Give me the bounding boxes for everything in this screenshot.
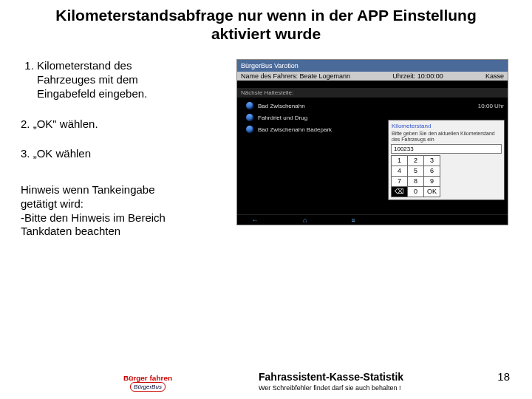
keypad-title: Kilometerstand	[391, 123, 502, 131]
odometer-input[interactable]: 100233	[391, 144, 502, 154]
clock-label: Uhrzeit: 10:00:00	[392, 72, 443, 80]
stop-dot-icon	[246, 102, 253, 109]
footer-title: Fahrassistent-Kasse-Statistik	[259, 371, 403, 383]
next-stop-label: Nächste Haltestelle:	[237, 88, 508, 98]
nav-home-icon[interactable]: ⌂	[303, 216, 307, 224]
step-list: Kilometerstand des Fahrzeuges mit dem Ei…	[21, 59, 228, 100]
key-3[interactable]: 3	[424, 155, 440, 166]
key-4[interactable]: 4	[392, 166, 408, 176]
key-7[interactable]: 7	[392, 176, 408, 186]
key-ok[interactable]: OK	[424, 186, 440, 197]
android-nav-bar: ← ⌂ ≡	[237, 214, 508, 225]
page-number: 18	[497, 370, 510, 383]
key-9[interactable]: 9	[424, 176, 440, 186]
stop-name: Bad Zwischenahn	[258, 103, 474, 109]
key-5[interactable]: 5	[408, 166, 424, 176]
step-1-line3: Eingabefeld eingeben.	[37, 87, 228, 101]
footer-subtitle: Wer Schreibfehler findet darf sie auch b…	[259, 384, 403, 392]
hinweis-line3: -Bitte den Hinweis im Bereich	[21, 211, 228, 225]
app-info-bar: Name des Fahrers: Beate Logemann Uhrzeit…	[237, 72, 508, 81]
slide-title: Kilometerstandsabfrage nur wenn in der A…	[0, 0, 532, 43]
key-8[interactable]: 8	[408, 176, 424, 186]
hinweis-line4: Tankdaten beachten	[21, 225, 228, 239]
keypad-grid: 1 2 3 4 5 6 7 8 9	[391, 155, 440, 197]
hinweis-line2: getätigt wird:	[21, 197, 228, 211]
logo-box-text: BürgerBus	[130, 382, 166, 392]
stop-dot-icon	[246, 114, 253, 121]
app-window-title: BürgerBus Varotion	[237, 60, 508, 72]
key-6[interactable]: 6	[424, 166, 440, 176]
stop-item: Bad Zwischenahn 10:00 Uhr	[246, 102, 504, 109]
step-2: 2. „OK" wählen.	[21, 117, 228, 132]
hinweis-line1: Hinweis wenn Tankeingabe	[21, 183, 228, 197]
key-2[interactable]: 2	[408, 155, 424, 166]
slide-footer: Bürger fahren BürgerBus Fahrassistent-Ka…	[0, 371, 532, 392]
key-backspace[interactable]: ⌫	[392, 186, 408, 197]
step-1-line2: Fahrzeuges mit dem	[37, 73, 228, 87]
step-3: 3. „OK wählen	[21, 147, 228, 161]
nav-back-icon[interactable]: ←	[252, 216, 259, 224]
kasse-label: Kasse	[485, 72, 504, 80]
odometer-keypad: Kilometerstand Bitte geben Sie den aktue…	[388, 120, 505, 200]
key-1[interactable]: 1	[392, 155, 408, 166]
keypad-subtitle: Bitte geben Sie den aktuellen Kilometers…	[391, 131, 502, 143]
hinweis-block: Hinweis wenn Tankeingabe getätigt wird: …	[21, 183, 228, 239]
nav-recent-icon[interactable]: ≡	[351, 216, 355, 224]
step-1: Kilometerstand des Fahrzeuges mit dem Ei…	[37, 59, 228, 100]
key-0[interactable]: 0	[408, 186, 424, 197]
step-1-line1: Kilometerstand des	[37, 59, 132, 72]
app-screenshot: BürgerBus Varotion Name des Fahrers: Bea…	[236, 59, 508, 225]
stop-dot-icon	[246, 126, 253, 133]
stop-time: 10:00 Uhr	[478, 103, 504, 109]
logo-arc-text: Bürger fahren	[118, 375, 177, 382]
buergerbus-logo: Bürger fahren BürgerBus	[118, 374, 177, 392]
driver-name: Name des Fahrers: Beate Logemann	[241, 72, 350, 80]
